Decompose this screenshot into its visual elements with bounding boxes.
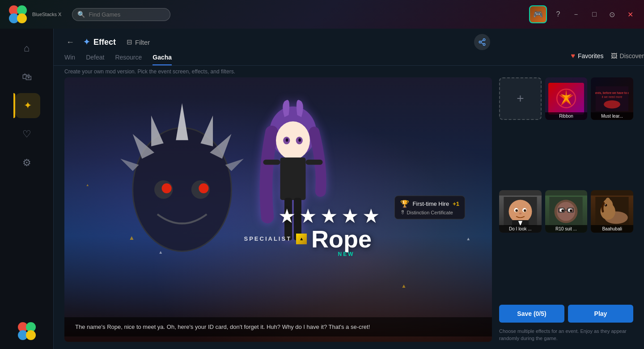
discover-icon: 🖼	[611, 52, 617, 60]
face2-visual	[545, 196, 588, 227]
do-i-look-label: Do I look ...	[499, 225, 542, 233]
search-input[interactable]	[72, 8, 170, 21]
sidebar-bottom	[16, 320, 38, 342]
effect-title: ✦ Effect	[83, 37, 116, 47]
baahubali-label: Baahubali	[591, 225, 633, 233]
svg-point-60	[605, 204, 606, 205]
char-name-row: SPECIALIST ▲ Rope	[244, 227, 372, 251]
do-i-look-img: Do I look ...	[499, 190, 542, 233]
favorites-discover-bar: ♥ Favorites 🖼 Discover	[571, 52, 644, 60]
close-button[interactable]: ✕	[624, 9, 637, 21]
add-icon: +	[517, 91, 524, 106]
r10-suit-img: R10 suit ...	[545, 190, 588, 233]
svg-point-41	[515, 209, 518, 212]
share-button-wrapper	[474, 34, 490, 50]
effect-do-i-look-card[interactable]: Do I look ...	[499, 190, 542, 233]
svg-point-49	[562, 209, 564, 212]
maximize-button[interactable]: □	[589, 9, 600, 20]
svg-marker-6	[176, 103, 188, 140]
main-content: ← ✦ Effect ⊟ Filter Win Defeat Resource …	[54, 29, 644, 349]
title-bar-right: 🎮 ? － □ ⊙ ✕	[529, 5, 637, 23]
filter-button[interactable]: ⊟ Filter	[127, 38, 150, 46]
face3-visual	[591, 196, 633, 227]
game-avatar[interactable]: 🎮	[529, 5, 547, 23]
help-button[interactable]: ?	[552, 9, 564, 20]
hire-icon: 🏆	[400, 200, 409, 208]
svg-point-0	[483, 39, 485, 41]
svg-point-22	[299, 138, 301, 142]
next-button[interactable]: ⊙	[606, 9, 619, 21]
triangle-deco-4: ▲	[466, 236, 470, 241]
svg-point-43	[519, 213, 522, 214]
preview-panel: ▲ ▲ ▲ ▲ ▲	[64, 77, 492, 342]
svg-text:Jarvis, before we have to do: Jarvis, before we have to do	[595, 91, 629, 94]
right-panel: + Ribbon	[499, 77, 633, 342]
hire-title: First-time Hire	[413, 200, 449, 207]
top-nav: ← ✦ Effect ⊟ Filter	[54, 29, 644, 50]
new-badge: NEW	[338, 251, 355, 257]
sidebar-item-home[interactable]: ⌂	[14, 36, 39, 61]
star-1: ★	[278, 204, 296, 227]
favorites-button[interactable]: ♥ Favorites	[571, 52, 603, 60]
minimize-button[interactable]: －	[569, 8, 583, 21]
hire-card-header: 🏆 First-time Hire +1	[400, 200, 459, 208]
svg-point-50	[570, 209, 572, 212]
effects-grid: + Ribbon	[499, 77, 633, 299]
svg-marker-7	[151, 115, 164, 146]
svg-rect-24	[263, 159, 280, 164]
ribbon-card-img: Ribbon	[545, 77, 588, 120]
svg-point-59	[605, 204, 607, 207]
tab-bar: Win Defeat Resource Gacha	[54, 50, 644, 66]
svg-point-58	[606, 198, 610, 204]
save-button[interactable]: Save (0/5)	[499, 305, 564, 323]
title-bar: BlueStacks X 🔍 🎮 ? － □ ⊙ ✕	[0, 0, 644, 29]
effect-baahubali-card[interactable]: Baahubali	[591, 190, 633, 233]
action-buttons: Save (0/5) Play	[499, 305, 633, 323]
baahubali-img: Baahubali	[591, 190, 633, 233]
tab-resource[interactable]: Resource	[115, 54, 142, 65]
active-indicator	[13, 93, 15, 118]
tab-gacha[interactable]: Gacha	[153, 54, 172, 65]
effect-r10-suit-card[interactable]: R10 suit ...	[545, 190, 588, 233]
sidebar-item-effects[interactable]: ✦	[15, 93, 40, 118]
svg-rect-25	[306, 159, 323, 164]
ribbon-label: Ribbon	[545, 112, 588, 120]
character-name: Rope	[311, 227, 372, 251]
sidebar-item-settings[interactable]: ⚙	[14, 150, 39, 175]
svg-point-18	[276, 121, 310, 160]
content-area: ▲ ▲ ▲ ▲ ▲	[54, 77, 644, 349]
specialist-label: SPECIALIST	[244, 235, 292, 242]
svg-point-5	[133, 128, 232, 251]
svg-rect-23	[280, 157, 306, 200]
star-2: ★	[299, 204, 317, 227]
preview-image: ▲ ▲ ▲ ▲ ▲	[64, 77, 492, 342]
rank-badge: ▲	[296, 234, 307, 244]
hire-card: 🏆 First-time Hire +1 🎖 Distinction Certi…	[394, 196, 465, 219]
tab-section: Win Defeat Resource Gacha ♥ Favorites 🖼 …	[54, 50, 644, 66]
svg-point-2	[483, 43, 485, 46]
sidebar-item-store[interactable]: 🛍	[14, 64, 39, 89]
svg-line-3	[481, 43, 483, 44]
play-button[interactable]: Play	[568, 305, 633, 323]
effect-ribbon-card[interactable]: Ribbon	[545, 77, 588, 120]
search-wrapper: 🔍	[72, 8, 170, 21]
effect-icon: ✦	[83, 37, 90, 47]
share-button[interactable]	[474, 34, 490, 50]
svg-point-36	[508, 200, 532, 223]
discover-button[interactable]: 🖼 Discover	[611, 52, 644, 60]
svg-point-16	[199, 183, 208, 193]
back-button[interactable]: ←	[64, 36, 76, 49]
sidebar-item-favorites[interactable]: ♡	[14, 122, 39, 147]
tab-defeat[interactable]: Defeat	[86, 54, 104, 65]
svg-point-1	[479, 41, 481, 43]
tab-subtitle: Create your own mod version. Pick the ev…	[54, 66, 644, 77]
svg-text:it we need more: it we need more	[602, 95, 623, 98]
svg-point-34	[604, 100, 620, 108]
bottom-logo-yellow	[26, 330, 36, 340]
svg-point-46	[557, 202, 576, 221]
tab-win[interactable]: Win	[64, 54, 75, 65]
svg-marker-8	[200, 115, 213, 146]
effect-must-learn-card[interactable]: Jarvis, before we have to do it we need …	[591, 77, 633, 120]
effect-add-card[interactable]: +	[499, 77, 542, 120]
sidebar: ⌂ 🛍 ✦ ♡ ⚙	[0, 29, 54, 349]
